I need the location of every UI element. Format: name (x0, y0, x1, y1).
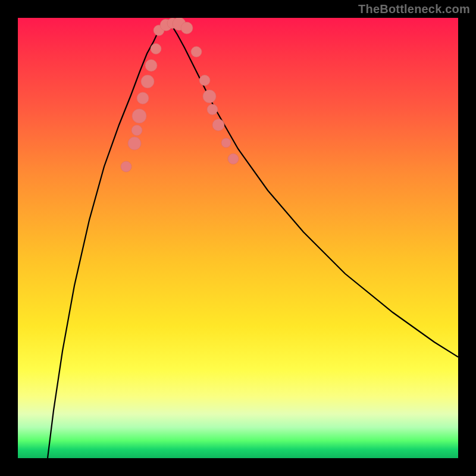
marker-dot (132, 109, 146, 123)
outer-frame: TheBottleneck.com (0, 0, 476, 476)
marker-dot (228, 154, 239, 164)
marker-dot (151, 43, 161, 54)
marker-dot (191, 46, 202, 57)
chart-plot-area (18, 18, 458, 458)
marker-dot (199, 75, 210, 86)
marker-dot (128, 137, 141, 150)
marker-dot (181, 22, 193, 34)
marker-dot (141, 75, 154, 88)
marker-dot (221, 138, 231, 148)
marker-dot (145, 60, 157, 71)
watermark-text: TheBottleneck.com (358, 2, 470, 16)
chart-svg (18, 18, 458, 458)
marker-dot (203, 90, 216, 103)
marker-dot (121, 161, 131, 172)
marker-dot (207, 104, 218, 115)
marker-dot (212, 119, 224, 131)
marker-group (121, 18, 239, 172)
marker-dot (131, 125, 142, 136)
right-curve (167, 20, 458, 357)
marker-dot (137, 92, 149, 104)
